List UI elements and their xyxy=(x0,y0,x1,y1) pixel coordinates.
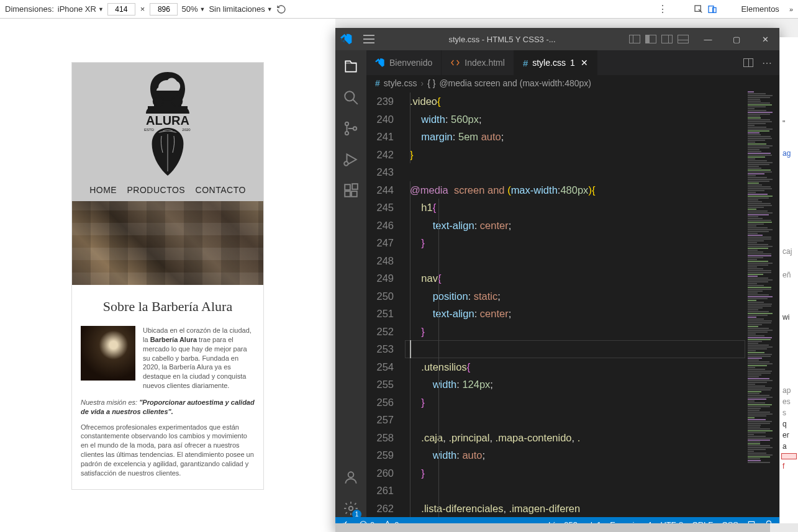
device-toggle-icon[interactable] xyxy=(707,4,717,14)
paragraph-1: Ubicada en el corazón de la ciudad, la B… xyxy=(143,326,255,390)
page-preview: ALURA ESTD 2020 HOME PRODUCTOS CONTACTO … xyxy=(71,62,264,490)
svg-point-17 xyxy=(353,127,356,130)
throttle-dropdown[interactable]: Sin limitaciones ▼ xyxy=(209,4,272,14)
html-icon xyxy=(450,58,460,68)
site-nav: HOME PRODUCTOS CONTACTO xyxy=(72,183,263,201)
tab-index[interactable]: Index.html xyxy=(442,50,514,75)
utensils-image xyxy=(81,326,135,381)
zoom-dropdown[interactable]: 50% ▼ xyxy=(181,4,205,14)
logo: ALURA ESTD 2020 xyxy=(137,69,199,178)
chevron-right-icon[interactable]: » xyxy=(789,6,793,13)
paragraph-3: Ofrecemos profesionales experimentados q… xyxy=(81,423,255,478)
more-icon[interactable]: ⋯ xyxy=(762,57,772,69)
svg-line-14 xyxy=(353,99,358,104)
hamburger-icon[interactable] xyxy=(358,35,380,43)
error-indicator xyxy=(781,453,797,459)
account-icon[interactable] xyxy=(342,469,360,486)
activity-bar: 1 xyxy=(335,50,366,517)
brace-icon: { } xyxy=(427,78,435,88)
badge: 1 xyxy=(352,510,361,517)
settings-icon[interactable]: 1 xyxy=(342,500,360,517)
chevron-down-icon: ▼ xyxy=(267,6,273,12)
search-icon[interactable] xyxy=(342,89,360,106)
times-icon: × xyxy=(140,4,145,14)
svg-text:2020: 2020 xyxy=(182,128,191,132)
code-editor[interactable]: 2392402412422432442452462472482492502512… xyxy=(366,91,779,517)
elements-tab[interactable]: Elementos xyxy=(737,3,782,15)
svg-point-19 xyxy=(344,161,348,166)
site-header: ALURA ESTD 2020 xyxy=(72,63,263,183)
kebab-icon[interactable]: ⋮ xyxy=(658,3,668,15)
source-control-icon[interactable] xyxy=(342,120,360,137)
nav-home[interactable]: HOME xyxy=(89,185,117,195)
window-title: style.css - HTML5 Y CSS3 -... xyxy=(380,35,624,44)
main-area: ALURA ESTD 2020 HOME PRODUCTOS CONTACTO … xyxy=(0,19,798,532)
maximize-button[interactable]: ▢ xyxy=(722,28,751,50)
hero-image xyxy=(72,201,263,285)
nav-contacto[interactable]: CONTACTO xyxy=(196,185,246,195)
layout-icon[interactable] xyxy=(629,35,640,43)
breadcrumbs[interactable]: # style.css › { } @media screen and (max… xyxy=(366,75,779,91)
layout-icon[interactable] xyxy=(678,35,689,43)
svg-point-16 xyxy=(345,132,348,135)
split-editor-icon[interactable] xyxy=(743,58,753,67)
vscode-window: style.css - HTML5 Y CSS3 -... — ▢ ✕ xyxy=(335,28,779,532)
svg-rect-3 xyxy=(148,106,188,109)
minimap[interactable] xyxy=(745,91,779,517)
rotate-icon[interactable] xyxy=(276,4,286,14)
svg-rect-23 xyxy=(352,184,358,189)
titlebar: style.css - HTML5 Y CSS3 -... — ▢ ✕ xyxy=(335,28,779,50)
explorer-icon[interactable] xyxy=(342,58,360,75)
horizontal-scrollbar[interactable] xyxy=(335,523,798,532)
inspect-icon[interactable] xyxy=(694,4,704,14)
vscode-logo-icon xyxy=(335,33,358,45)
extensions-icon[interactable] xyxy=(342,182,360,199)
layout-icon[interactable] xyxy=(661,35,673,43)
svg-text:ALURA: ALURA xyxy=(146,114,189,127)
svg-point-24 xyxy=(348,472,354,477)
modified-indicator: 1 xyxy=(570,58,575,68)
css-icon: # xyxy=(523,58,528,68)
device-dropdown[interactable]: iPhone XR ▼ xyxy=(58,4,104,14)
svg-point-13 xyxy=(345,91,354,101)
editor-group: Bienvenido Index.html # style.css 1 ✕ xyxy=(366,50,779,517)
chevron-down-icon: ▼ xyxy=(98,6,104,12)
width-input[interactable] xyxy=(107,3,135,16)
css-icon: # xyxy=(375,78,380,88)
code-content[interactable]: .video{ width: 560px; margin: 5em auto;}… xyxy=(405,91,745,517)
svg-rect-22 xyxy=(351,191,357,197)
responsive-viewport: ALURA ESTD 2020 HOME PRODUCTOS CONTACTO … xyxy=(0,19,335,532)
minimize-button[interactable]: — xyxy=(694,28,722,50)
paragraph-2: Nuestra misión es: "Proporcionar autoest… xyxy=(81,398,255,417)
height-input[interactable] xyxy=(150,3,178,16)
devtools-styles-panel: " ag caj eñ wi ap es s q er a f xyxy=(779,37,798,532)
chevron-right-icon: › xyxy=(420,78,424,88)
svg-text:ESTD: ESTD xyxy=(144,128,155,132)
nav-productos[interactable]: PRODUCTOS xyxy=(127,185,186,195)
debug-icon[interactable] xyxy=(342,151,360,168)
layout-icon[interactable] xyxy=(645,35,656,43)
chevron-down-icon: ▼ xyxy=(199,6,205,12)
svg-rect-20 xyxy=(345,184,350,190)
body-text: Ubicada en el corazón de la ciudad, la B… xyxy=(72,326,263,489)
devtools-toolbar: Dimensiones: iPhone XR ▼ × 50% ▼ Sin lim… xyxy=(0,0,798,19)
dimensions-label: Dimensiones: xyxy=(5,4,54,14)
svg-rect-21 xyxy=(345,191,350,197)
tab-welcome[interactable]: Bienvenido xyxy=(366,50,442,75)
close-icon[interactable]: ✕ xyxy=(581,58,588,68)
svg-point-15 xyxy=(345,122,348,125)
vscode-icon xyxy=(375,58,385,68)
tab-style[interactable]: # style.css 1 ✕ xyxy=(514,50,597,75)
close-button[interactable]: ✕ xyxy=(751,28,779,50)
line-gutter: 2392402412422432442452462472482492502512… xyxy=(366,91,405,517)
svg-point-25 xyxy=(349,507,353,511)
editor-tabs: Bienvenido Index.html # style.css 1 ✕ xyxy=(366,50,779,75)
section-heading: Sobre la Barbería Alura xyxy=(72,299,263,315)
